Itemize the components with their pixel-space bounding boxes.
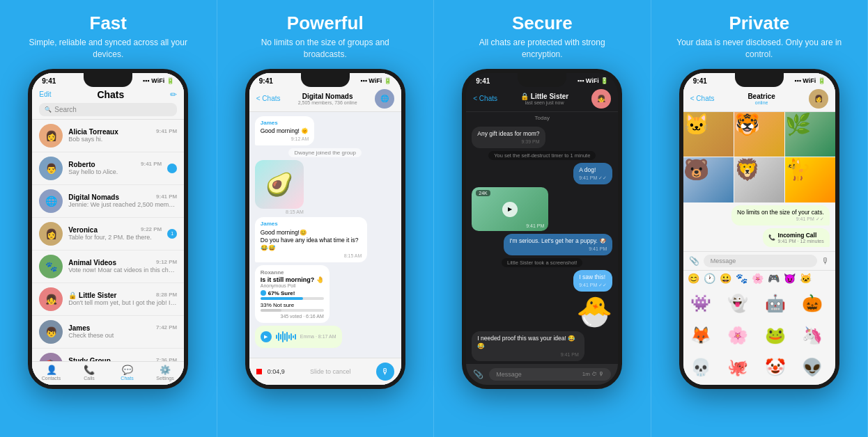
play-button[interactable]: ▶ — [502, 202, 518, 217]
chat-item-5[interactable]: 👧 🔒 Little Sister 8:28 PM Don't tell mom… — [32, 283, 184, 316]
search-box[interactable]: 🔍 Search — [39, 103, 177, 116]
dark-msg-footer: I needed proof this was your idea! 😂😂 9:… — [472, 331, 584, 360]
badge-3: 1 — [167, 229, 177, 239]
slide-cancel: Slide to cancel — [290, 368, 371, 375]
dark-footer-label: 1m ⏱ 🎙 — [582, 371, 605, 377]
chat-preview-1: Say hello to Alice. — [68, 168, 162, 175]
emoji-tool-8[interactable]: 🐱 — [800, 273, 812, 284]
tab-calls[interactable]: 📞 Calls — [70, 365, 109, 381]
photo-grid: 🐱 🐯 🌿 🐻 🦁 🐈 — [683, 112, 835, 202]
dark-msg-4: I saw this! 9:41 PM ✓✓ — [573, 270, 612, 292]
system-msg-1: Dwayne joined the group — [288, 148, 362, 157]
tab-settings[interactable]: ⚙️ Settings — [146, 365, 185, 381]
sticker-message-input[interactable]: Message — [704, 255, 817, 267]
chat-item-1[interactable]: 👨 Roberto 9:41 PM Say hello to Alice. — [32, 152, 184, 185]
emoji-tool-7[interactable]: 😈 — [784, 273, 796, 284]
search-icon: 🔍 — [45, 106, 52, 113]
sticker-6[interactable]: 🐸 — [761, 321, 790, 350]
status-time: 9:41 — [42, 77, 56, 85]
photo-5: 🦁 — [734, 157, 784, 202]
panel-secure-title: Secure — [512, 13, 573, 34]
chat-name-3: Veronica 9:22 PM — [68, 226, 162, 234]
sticker-11[interactable]: 👽 — [798, 353, 827, 382]
chat-info-3: Veronica 9:22 PM Table for four, 2 PM. B… — [68, 226, 162, 241]
edit-button[interactable]: Edit — [39, 90, 51, 98]
emoji-tool-6[interactable]: 🎮 — [768, 273, 780, 284]
back-button-3[interactable]: < Chats — [473, 95, 497, 102]
back-button-4[interactable]: < Chats — [690, 95, 715, 102]
sticker-grid: 👾 👻 🤖 🎃 🦊 🌸 🐸 🦄 💀 🐙 🤡 👽 — [683, 286, 835, 385]
big-sticker: 🐣 — [576, 294, 612, 328]
group-avatar: 🌐 — [375, 89, 394, 109]
emoji-tool-2[interactable]: 🕐 — [704, 273, 715, 284]
sticker-9[interactable]: 🐙 — [723, 353, 752, 382]
sticker-8[interactable]: 💀 — [686, 353, 715, 382]
back-button-2[interactable]: < Chats — [256, 95, 281, 102]
record-indicator — [256, 369, 262, 374]
chat-item-0[interactable]: 👩 Alicia Torreaux 9:41 PM Bob says hi. — [32, 120, 184, 152]
dark-avatar: 👧 — [591, 89, 611, 109]
attachment-icon[interactable]: 📎 — [473, 370, 483, 379]
chat-item-3[interactable]: 👩 Veronica 9:22 PM Table for four, 2 PM.… — [32, 218, 184, 251]
sticker-0[interactable]: 👾 — [686, 289, 715, 318]
sticker-1[interactable]: 👻 — [723, 289, 752, 318]
chats-icon: 💬 — [122, 365, 133, 375]
chats-screen: 9:41 ▪▪▪ WiFi 🔋 Edit Chats ✏ 🔍 Search — [32, 73, 184, 385]
poll-bubble: Roxanne Is it still morning? 🤚 Anonymous… — [255, 265, 330, 323]
phone-dark: 9:41 ▪▪▪ WiFi 🔋 < Chats 🔒 Little Sister … — [462, 69, 622, 389]
sticker-2[interactable]: 🤖 — [761, 289, 790, 318]
chat-item-4[interactable]: 🐾 Animal Videos 9:12 PM Vote now! Moar c… — [32, 251, 184, 283]
tab-chats[interactable]: 💬 Chats — [108, 365, 146, 381]
msg-james-2: James Good morning!😊Do you have any idea… — [255, 217, 368, 262]
emoji-tool-3[interactable]: 😀 — [720, 273, 731, 284]
photo-1: 🐱 — [683, 112, 734, 157]
dark-messages: Any gift ideas for mom? 9:39 PM You set … — [466, 124, 618, 364]
nav-bar: Edit Chats ✏ 🔍 Search — [32, 86, 184, 120]
dark-msg-3: I'm serious. Let's get her a puppy. 🐶 9:… — [504, 234, 612, 255]
contacts-icon: 👤 — [46, 365, 57, 375]
avatar-2: 🌐 — [39, 189, 63, 213]
chat-item-7[interactable]: 📚 Study Group 7:36 PM Emma — [32, 349, 184, 361]
phone-notch — [84, 73, 132, 87]
wave-bars — [276, 330, 296, 344]
chat-name-6: James 7:42 PM — [68, 324, 177, 332]
beatrice-status: online — [719, 100, 805, 105]
chat-info-6: James 7:42 PM Check these out — [68, 324, 177, 339]
sticker-5[interactable]: 🌸 — [723, 321, 752, 350]
panel-fast: Fast Simple, reliable and synced across … — [0, 0, 217, 437]
mic-icon-2[interactable]: 🎙 — [821, 256, 830, 266]
emoji-tool-4[interactable]: 🐾 — [736, 273, 747, 284]
attachment-icon-2[interactable]: 📎 — [689, 256, 699, 266]
panel-secure: Secure All chats are protected with stro… — [434, 0, 651, 437]
status-icons: ▪▪▪ WiFi 🔋 — [143, 77, 175, 84]
stickers-screen: 9:41 ▪▪▪ WiFi 🔋 < Chats Beatrice online … — [683, 73, 835, 385]
panel-powerful-title: Powerful — [287, 13, 364, 34]
incoming-call-bubble: 📞 Incoming Call 9:41 PM · 12 minutes — [763, 228, 830, 247]
sticker-4[interactable]: 🦊 — [686, 321, 715, 350]
dark-message-input[interactable]: Message 1m ⏱ 🎙 — [489, 368, 611, 381]
compose-button[interactable]: ✏ — [170, 90, 177, 100]
emoji-toolbar: 😊 🕐 😀 🐾 🌸 🎮 😈 🐱 — [683, 270, 835, 286]
sticker-3[interactable]: 🎃 — [798, 289, 827, 318]
beatrice-avatar: 👩 — [809, 89, 828, 109]
mic-button[interactable]: 🎙 — [376, 363, 394, 381]
phone-notch-4 — [735, 73, 784, 87]
emoji-tool-1[interactable]: 😊 — [688, 273, 699, 284]
chat-preview-3: Table for four, 2 PM. Be there. — [68, 234, 162, 241]
sticker-10[interactable]: 🤡 — [761, 353, 790, 382]
chat-item-6[interactable]: 👦 James 7:42 PM Check these out — [32, 316, 184, 349]
phone-stickers: 9:41 ▪▪▪ WiFi 🔋 < Chats Beatrice online … — [679, 69, 839, 389]
nav-bar-top: Edit Chats ✏ — [39, 89, 177, 100]
tab-contacts[interactable]: 👤 Contacts — [32, 365, 70, 381]
emoji-tool-5[interactable]: 🌸 — [752, 273, 764, 284]
stickers-header-info: Beatrice online — [719, 93, 805, 105]
chat-preview-5: Don't tell mom yet, but I got the job! I… — [68, 299, 177, 306]
messages-area-2: James Good morning! 🌞 9:12 AM Dwayne joi… — [249, 112, 401, 358]
poll-option-2: 33% Not sure — [261, 302, 324, 312]
group-name: Digital Nomads — [285, 93, 371, 100]
system-msg-dark-1: You set the self-destruct timer to 1 min… — [488, 151, 596, 160]
chat-item-2[interactable]: 🌐 Digital Nomads 9:41 PM Jennie: We just… — [32, 185, 184, 218]
dark-date: Today — [466, 112, 618, 124]
phone-chats: 9:41 ▪▪▪ WiFi 🔋 Edit Chats ✏ 🔍 Search — [28, 69, 188, 389]
sticker-7[interactable]: 🦄 — [798, 321, 827, 350]
